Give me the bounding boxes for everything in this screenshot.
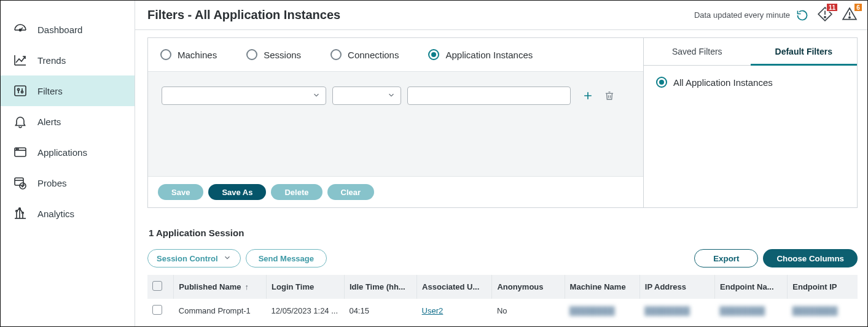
cell-associated-user: User2 bbox=[417, 299, 492, 323]
sidebar-item-label: Analytics bbox=[37, 209, 74, 219]
sidebar-item-analytics[interactable]: Analytics bbox=[1, 198, 135, 229]
tab-default-filters[interactable]: Default Filters bbox=[751, 38, 858, 66]
button-label: Session Control bbox=[157, 254, 218, 263]
cell-published-name: Command Prompt-1 bbox=[174, 299, 267, 323]
sidebar-item-trends[interactable]: Trends bbox=[1, 45, 135, 75]
svg-rect-7 bbox=[15, 178, 23, 185]
update-label: Data updated every minute bbox=[694, 10, 790, 20]
trends-icon bbox=[13, 53, 28, 67]
filter-buttons-row: Save Save As Delete Clear bbox=[148, 176, 643, 207]
sidebar-item-label: Filters bbox=[37, 86, 63, 96]
filter-builder bbox=[148, 72, 643, 176]
sidebar-item-label: Trends bbox=[37, 55, 66, 66]
svg-point-5 bbox=[16, 148, 17, 149]
col-associated-user[interactable]: Associated U... bbox=[417, 275, 492, 299]
filters-icon bbox=[13, 83, 28, 98]
notification-triangle-orange[interactable]: 6 bbox=[842, 6, 858, 24]
cell-ip-address: ████████ bbox=[639, 299, 714, 323]
col-machine-name[interactable]: Machine Name bbox=[565, 275, 639, 299]
col-ip-address[interactable]: IP Address bbox=[639, 275, 714, 299]
cell-idle-time: 04:15 bbox=[344, 299, 416, 323]
clear-button[interactable]: Clear bbox=[327, 184, 375, 200]
topbar: Filters - All Application Instances Data… bbox=[135, 1, 867, 30]
radio-sessions[interactable]: Sessions bbox=[246, 49, 301, 60]
filter-type-radios: Machines Sessions Connections Appli bbox=[148, 38, 643, 72]
chevron-down-icon bbox=[312, 91, 321, 101]
col-endpoint-ip[interactable]: Endpoint IP bbox=[788, 275, 858, 299]
session-count-heading: 1 Application Session bbox=[149, 228, 858, 238]
svg-point-12 bbox=[824, 17, 826, 18]
sidebar-item-label: Dashboard bbox=[37, 25, 82, 35]
radio-connections[interactable]: Connections bbox=[330, 49, 399, 60]
radio-icon bbox=[160, 49, 171, 60]
sidebar-item-label: Alerts bbox=[37, 117, 61, 127]
save-button[interactable]: Save bbox=[158, 184, 203, 200]
sidebar-item-filters[interactable]: Filters bbox=[1, 75, 135, 106]
radio-label: Sessions bbox=[264, 50, 301, 60]
refresh-icon[interactable] bbox=[796, 9, 808, 21]
chevron-down-icon bbox=[223, 253, 232, 264]
svg-point-6 bbox=[18, 148, 18, 149]
notification-diamond-red[interactable]: 11 bbox=[817, 6, 833, 24]
filter-field-dropdown[interactable] bbox=[162, 87, 326, 105]
checkbox-icon bbox=[152, 305, 162, 315]
sidebar: Dashboard Trends Filters Alerts Applicat… bbox=[1, 1, 135, 326]
svg-point-2 bbox=[17, 88, 19, 90]
analytics-icon bbox=[13, 206, 28, 221]
col-anonymous[interactable]: Anonymous bbox=[492, 275, 565, 299]
filter-value-input[interactable] bbox=[407, 87, 571, 105]
sidebar-item-probes[interactable]: Probes bbox=[1, 167, 135, 198]
filter-operator-dropdown[interactable] bbox=[332, 87, 401, 105]
col-endpoint-name[interactable]: Endpoint Na... bbox=[715, 275, 788, 299]
sidebar-item-alerts[interactable]: Alerts bbox=[1, 106, 135, 137]
session-control-button[interactable]: Session Control bbox=[147, 249, 241, 267]
default-filter-label: All Application Instances bbox=[673, 77, 773, 88]
results-table: Published Name↑ Login Time Idle Time (hh… bbox=[147, 275, 858, 323]
applications-icon bbox=[13, 145, 28, 160]
delete-button[interactable]: Delete bbox=[271, 184, 322, 200]
col-login-time[interactable]: Login Time bbox=[267, 275, 345, 299]
sidebar-item-label: Applications bbox=[37, 147, 87, 158]
col-idle-time[interactable]: Idle Time (hh... bbox=[344, 275, 416, 299]
svg-point-13 bbox=[849, 17, 850, 18]
cell-login-time: 12/05/2023 1:24 ... bbox=[267, 299, 345, 323]
tab-saved-filters[interactable]: Saved Filters bbox=[644, 38, 751, 66]
svg-rect-1 bbox=[15, 86, 26, 96]
table-row[interactable]: Command Prompt-1 12/05/2023 1:24 ... 04:… bbox=[147, 299, 858, 323]
remove-filter-icon[interactable] bbox=[604, 87, 615, 105]
sidebar-item-label: Probes bbox=[37, 178, 67, 188]
radio-icon bbox=[330, 49, 342, 60]
cell-endpoint-ip: ████████ bbox=[788, 299, 858, 323]
radio-application-instances[interactable]: Application Instances bbox=[428, 49, 533, 60]
cell-anonymous: No bbox=[492, 299, 565, 323]
badge-count-orange: 6 bbox=[854, 3, 862, 12]
col-published-name[interactable]: Published Name↑ bbox=[174, 275, 267, 299]
filter-panel: Machines Sessions Connections Appli bbox=[147, 37, 858, 208]
sort-ascending-icon: ↑ bbox=[244, 282, 249, 291]
alerts-icon bbox=[13, 114, 28, 129]
select-all-checkbox[interactable] bbox=[147, 275, 174, 299]
user-link[interactable]: User2 bbox=[422, 306, 444, 315]
send-message-button[interactable]: Send Message bbox=[246, 249, 327, 267]
add-filter-icon[interactable] bbox=[582, 87, 594, 105]
radio-label: Application Instances bbox=[445, 50, 533, 60]
checkbox-icon bbox=[152, 281, 162, 291]
dashboard-icon bbox=[13, 22, 28, 37]
svg-point-3 bbox=[21, 91, 23, 93]
row-checkbox[interactable] bbox=[147, 299, 174, 323]
radio-icon bbox=[246, 49, 257, 60]
radio-machines[interactable]: Machines bbox=[160, 49, 217, 60]
page-title: Filters - All Application Instances bbox=[147, 8, 340, 22]
choose-columns-button[interactable]: Choose Columns bbox=[763, 249, 858, 267]
export-button[interactable]: Export bbox=[694, 249, 758, 267]
radio-label: Machines bbox=[178, 50, 217, 60]
saved-filters-panel: Saved Filters Default Filters All Applic… bbox=[643, 38, 857, 207]
chevron-down-icon bbox=[387, 91, 396, 101]
table-header-row: Published Name↑ Login Time Idle Time (hh… bbox=[147, 275, 858, 299]
default-filter-item[interactable]: All Application Instances bbox=[656, 77, 845, 88]
save-as-button[interactable]: Save As bbox=[208, 184, 266, 200]
button-label: Send Message bbox=[259, 254, 314, 263]
sidebar-item-dashboard[interactable]: Dashboard bbox=[1, 14, 135, 45]
cell-machine-name: ████████ bbox=[565, 299, 639, 323]
sidebar-item-applications[interactable]: Applications bbox=[1, 137, 135, 167]
